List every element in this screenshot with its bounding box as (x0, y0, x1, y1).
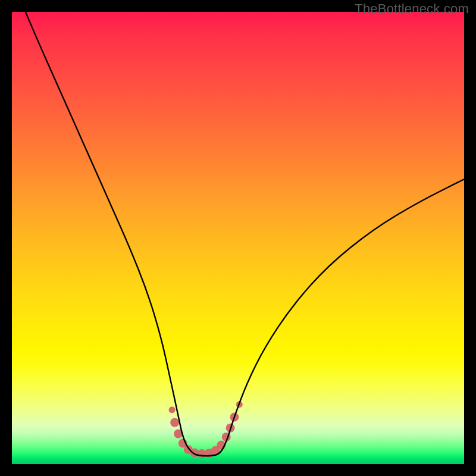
plot-area (12, 12, 464, 464)
trough-marker (170, 418, 179, 427)
trough-marker (169, 406, 176, 413)
bottleneck-curve (26, 12, 464, 456)
attribution-text: TheBottleneck.com (355, 1, 469, 17)
trough-markers (169, 401, 243, 458)
curve-layer (12, 12, 464, 464)
chart-frame: TheBottleneck.com (0, 0, 476, 476)
